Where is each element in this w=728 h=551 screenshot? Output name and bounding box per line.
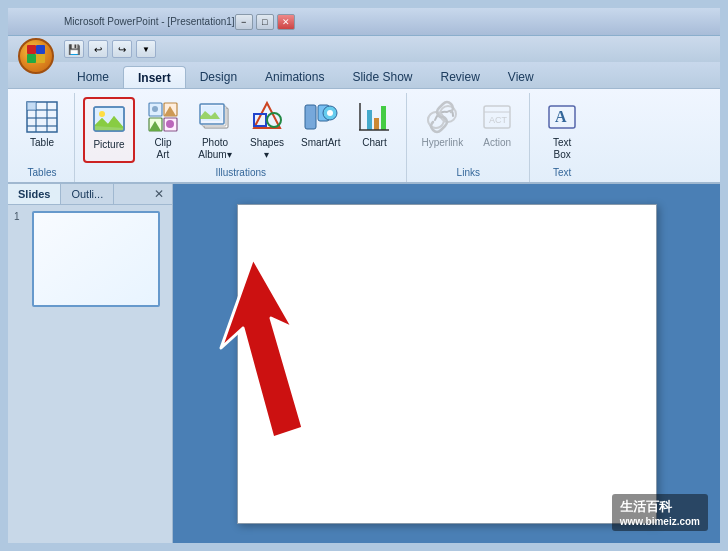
- tab-view[interactable]: View: [494, 66, 548, 88]
- svg-point-22: [166, 120, 174, 128]
- hyperlink-button-label: Hyperlink: [421, 137, 463, 149]
- svg-point-35: [327, 110, 333, 116]
- tab-slideshow[interactable]: Slide Show: [338, 66, 426, 88]
- table-button[interactable]: Table: [18, 97, 66, 163]
- tab-insert[interactable]: Insert: [123, 66, 186, 88]
- maximize-button[interactable]: □: [256, 14, 274, 30]
- customize-qa-button[interactable]: ▼: [136, 40, 156, 58]
- links-group-label: Links: [415, 165, 521, 182]
- slide-number-1: 1: [14, 211, 28, 222]
- photoalbum-icon: [197, 99, 233, 135]
- undo-qa-button[interactable]: ↩: [88, 40, 108, 58]
- office-button[interactable]: [18, 38, 54, 74]
- illustrations-group-label: Illustrations: [83, 165, 398, 182]
- action-button[interactable]: ACT Action: [473, 97, 521, 163]
- svg-rect-1: [36, 45, 45, 54]
- watermark: 生活百科 www.bimeiz.com: [612, 494, 708, 531]
- save-qa-button[interactable]: 💾: [64, 40, 84, 58]
- title-bar-text: Microsoft PowerPoint - [Presentation1]: [64, 16, 235, 27]
- text-group-label: Text: [538, 165, 586, 182]
- slides-tab-outline[interactable]: Outli...: [61, 184, 114, 204]
- office-logo: [25, 43, 47, 69]
- quick-access-toolbar: 💾 ↩ ↪ ▼: [8, 36, 720, 62]
- links-group-items: Hyperlink ACT Action: [415, 93, 521, 165]
- chart-button[interactable]: Chart: [350, 97, 398, 163]
- tab-row: Home Insert Design Animations Slide Show…: [8, 62, 720, 88]
- svg-rect-3: [36, 54, 45, 63]
- tab-home[interactable]: Home: [63, 66, 123, 88]
- smartart-button[interactable]: SmartArt: [295, 97, 346, 163]
- photoalbum-button[interactable]: PhotoAlbum▾: [191, 97, 239, 163]
- slide-canvas-area: [173, 184, 720, 543]
- watermark-text: 生活百科: [620, 498, 700, 516]
- ribbon-group-tables: Table Tables: [10, 93, 75, 182]
- picture-icon: [91, 101, 127, 137]
- svg-rect-10: [27, 102, 36, 110]
- svg-rect-30: [305, 105, 316, 129]
- ribbon-content: Table Tables: [8, 88, 720, 182]
- tables-group-label: Tables: [18, 165, 66, 182]
- chart-icon: [356, 99, 392, 135]
- redo-qa-button[interactable]: ↪: [112, 40, 132, 58]
- app-window: Microsoft PowerPoint - [Presentation1] −…: [0, 0, 728, 551]
- action-icon: ACT: [479, 99, 515, 135]
- slide-preview-inner-1: [34, 213, 158, 305]
- main-area: Slides Outli... ✕ 1: [8, 184, 720, 543]
- slide-canvas: [237, 204, 657, 524]
- svg-rect-39: [381, 106, 386, 130]
- tables-group-items: Table: [18, 93, 66, 165]
- ribbon: 💾 ↩ ↪ ▼ Home Insert Design Animations Sl…: [8, 36, 720, 184]
- clipart-icon: [145, 99, 181, 135]
- shapes-icon: [249, 99, 285, 135]
- table-button-label: Table: [30, 137, 54, 149]
- smartart-button-label: SmartArt: [301, 137, 340, 149]
- svg-rect-37: [367, 110, 372, 130]
- svg-text:ACT: ACT: [489, 115, 508, 125]
- hyperlink-icon: [424, 99, 460, 135]
- shapes-button-label: Shapes▾: [250, 137, 284, 161]
- svg-point-12: [99, 111, 105, 117]
- clipart-button[interactable]: ClipArt: [139, 97, 187, 163]
- svg-rect-0: [27, 45, 36, 54]
- slide-preview-1[interactable]: [32, 211, 160, 307]
- svg-rect-38: [374, 118, 379, 130]
- textbox-button[interactable]: A TextBox: [538, 97, 586, 163]
- hyperlink-button[interactable]: Hyperlink: [415, 97, 469, 163]
- title-bar: Microsoft PowerPoint - [Presentation1] −…: [8, 8, 720, 36]
- picture-button[interactable]: Picture: [83, 97, 135, 163]
- slides-panel-close[interactable]: ✕: [146, 185, 172, 203]
- textbox-button-label: TextBox: [553, 137, 571, 161]
- tab-animations[interactable]: Animations: [251, 66, 338, 88]
- ribbon-group-links: Hyperlink ACT Action: [407, 93, 530, 182]
- action-button-label: Action: [483, 137, 511, 149]
- shapes-button[interactable]: Shapes▾: [243, 97, 291, 163]
- slides-panel-tabs: Slides Outli... ✕: [8, 184, 172, 205]
- minimize-button[interactable]: −: [235, 14, 253, 30]
- picture-button-label: Picture: [93, 139, 124, 151]
- slides-panel: Slides Outli... ✕ 1: [8, 184, 173, 543]
- ribbon-group-illustrations: Picture: [75, 93, 407, 182]
- photoalbum-button-label: PhotoAlbum▾: [198, 137, 231, 161]
- clipart-button-label: ClipArt: [154, 137, 171, 161]
- svg-rect-2: [27, 54, 36, 63]
- slides-content: 1: [8, 205, 172, 543]
- slides-tab-slides[interactable]: Slides: [8, 184, 61, 204]
- close-button[interactable]: ✕: [277, 14, 295, 30]
- table-icon: [24, 99, 60, 135]
- text-group-items: A TextBox: [538, 93, 586, 165]
- illustrations-group-items: Picture: [83, 93, 398, 165]
- watermark-site: www.bimeiz.com: [620, 516, 700, 527]
- svg-text:A: A: [555, 108, 567, 125]
- smartart-icon: [303, 99, 339, 135]
- tab-review[interactable]: Review: [426, 66, 493, 88]
- ribbon-group-text: A TextBox Text: [530, 93, 594, 182]
- tab-design[interactable]: Design: [186, 66, 251, 88]
- title-bar-buttons: − □ ✕: [235, 14, 295, 30]
- svg-point-19: [152, 106, 158, 112]
- chart-button-label: Chart: [362, 137, 386, 149]
- textbox-icon: A: [544, 99, 580, 135]
- slide-thumb-1: 1: [14, 211, 166, 307]
